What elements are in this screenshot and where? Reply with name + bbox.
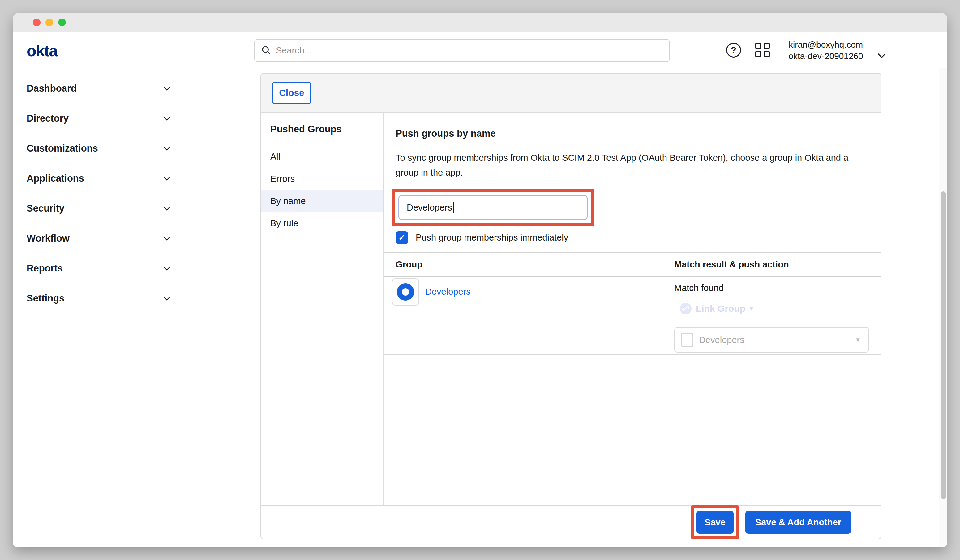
account-chevron-down-icon[interactable]: [879, 51, 887, 59]
sidebar-item-security[interactable]: Security: [13, 193, 188, 223]
push-immediately-label: Push group memberships immediately: [416, 232, 568, 243]
panel-header: Close: [261, 74, 881, 112]
target-group-dropdown-disabled[interactable]: Developers ▼: [674, 327, 869, 352]
account-menu[interactable]: kiran@boxyhq.com okta-dev-20901260: [776, 39, 875, 62]
link-group-caret-icon: ▾: [750, 305, 753, 313]
table-header: Group Match result & push action: [384, 253, 881, 277]
okta-logo: okta: [27, 42, 57, 60]
app-group-icon: [681, 333, 693, 347]
search-placeholder: Search...: [276, 45, 312, 56]
sidebar-item-dashboard[interactable]: Dashboard: [13, 73, 188, 103]
panel-footer: Save Save & Add Another: [261, 505, 881, 539]
form-title: Push groups by name: [395, 128, 881, 139]
form-description: To sync group memberships from Okta to S…: [395, 150, 869, 180]
push-immediately-row: ✓ Push group memberships immediately: [395, 231, 881, 244]
nav-item-errors[interactable]: Errors: [261, 168, 383, 190]
annotation-box-input: Developers: [392, 189, 594, 226]
chevron-down-icon: [163, 144, 170, 150]
column-match-result: Match result & push action: [674, 259, 789, 270]
group-link[interactable]: Developers: [425, 286, 471, 297]
sidebar-item-customizations[interactable]: Customizations: [13, 133, 188, 163]
chevron-down-icon: [163, 174, 170, 181]
sidebar-nav: Dashboard Directory Customizations Appli…: [13, 68, 188, 547]
scrollbar-thumb[interactable]: [941, 191, 946, 499]
push-groups-panel: Close Pushed Groups All Errors By name B…: [261, 73, 882, 539]
zoom-window-button[interactable]: [58, 19, 66, 26]
sidebar-item-settings[interactable]: Settings: [13, 283, 188, 313]
okta-group-icon: [397, 283, 414, 301]
link-icon: [680, 303, 691, 315]
push-by-name-form: Push groups by name To sync group member…: [384, 112, 881, 505]
push-immediately-checkbox[interactable]: ✓: [395, 231, 408, 244]
annotation-box-save: Save: [691, 505, 739, 539]
minimize-window-button[interactable]: [45, 19, 53, 26]
table-row: Developers Match found: [384, 277, 881, 355]
search-input[interactable]: Search...: [254, 39, 670, 62]
checkmark-icon: ✓: [398, 232, 405, 243]
panel-body: Pushed Groups All Errors By name By rule…: [261, 112, 881, 505]
window-titlebar: [13, 13, 947, 32]
sidebar-item-workflow[interactable]: Workflow: [13, 223, 188, 253]
link-group-label: Link Group: [696, 303, 746, 314]
chevron-down-icon: [163, 114, 170, 121]
chevron-down-icon: [163, 234, 170, 241]
target-group-value: Developers: [699, 335, 744, 345]
text-cursor: [453, 202, 454, 213]
help-icon[interactable]: ?: [726, 43, 741, 58]
sidebar-item-directory[interactable]: Directory: [13, 103, 188, 133]
account-email: kiran@boxyhq.com: [776, 39, 875, 50]
chevron-down-icon: [163, 294, 170, 301]
group-name-value: Developers: [407, 203, 452, 213]
chevron-down-icon: [163, 204, 170, 211]
pushed-groups-title: Pushed Groups: [261, 118, 383, 141]
vertical-scrollbar[interactable]: [939, 68, 947, 547]
browser-window: okta Search... ? kiran@boxyhq.com okta-d…: [13, 13, 947, 547]
close-window-button[interactable]: [33, 19, 40, 26]
chevron-down-icon: [163, 264, 170, 270]
sidebar-item-reports[interactable]: Reports: [13, 253, 188, 283]
search-icon: [261, 45, 272, 56]
sidebar-item-applications[interactable]: Applications: [13, 163, 188, 193]
app-switcher-icon[interactable]: [755, 43, 770, 58]
match-result-text: Match found: [674, 283, 724, 293]
link-group-button-disabled[interactable]: Link Group ▾: [680, 303, 753, 315]
account-org: okta-dev-20901260: [776, 50, 875, 62]
group-name-input[interactable]: Developers: [398, 195, 588, 220]
group-icon-tile: [392, 278, 419, 306]
nav-item-by-rule[interactable]: By rule: [261, 212, 383, 234]
close-button[interactable]: Close: [272, 82, 311, 104]
dropdown-caret-icon: ▼: [855, 336, 861, 344]
column-group: Group: [395, 259, 422, 270]
chevron-down-icon: [163, 84, 170, 91]
nav-item-all[interactable]: All: [261, 146, 383, 168]
save-add-another-button[interactable]: Save & Add Another: [746, 511, 851, 534]
app-header: okta Search... ? kiran@boxyhq.com okta-d…: [13, 32, 947, 68]
main-area: Close Pushed Groups All Errors By name B…: [188, 68, 947, 547]
nav-item-by-name[interactable]: By name: [261, 190, 383, 212]
match-table: Group Match result & push action Develop…: [384, 252, 881, 355]
save-button[interactable]: Save: [696, 511, 734, 534]
content-area: Dashboard Directory Customizations Appli…: [13, 68, 947, 547]
pushed-groups-nav: Pushed Groups All Errors By name By rule: [261, 112, 384, 505]
